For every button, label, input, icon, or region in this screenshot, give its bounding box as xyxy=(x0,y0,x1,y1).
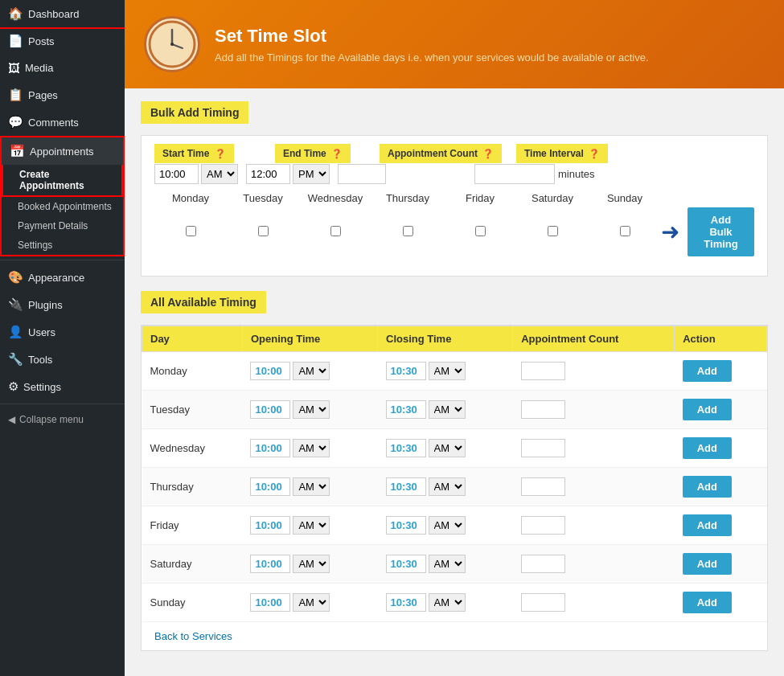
open-ampm-select[interactable]: AM PM xyxy=(293,516,330,535)
sidebar-item-label: Media xyxy=(25,62,53,74)
sidebar-item-appearance[interactable]: 🎨 Appearance xyxy=(0,264,125,291)
day-cell: Saturday xyxy=(142,545,243,584)
row-count-field[interactable] xyxy=(521,516,565,535)
sidebar-item-media[interactable]: 🖼 Media xyxy=(0,55,125,81)
start-time-input-group: AM PM xyxy=(154,164,238,184)
end-ampm-select[interactable]: AM PM xyxy=(293,164,330,184)
collapse-menu-button[interactable]: ◀ Collapse menu xyxy=(0,408,125,432)
open-ampm-select[interactable]: AM PM xyxy=(293,593,330,612)
sidebar-sub-payment-details[interactable]: Payment Details xyxy=(2,216,123,236)
start-time-label: Start Time ❓ xyxy=(154,144,234,163)
add-row-button[interactable]: Add xyxy=(683,476,732,498)
sidebar-item-posts[interactable]: 📄 Posts xyxy=(0,27,125,55)
sidebar-item-users[interactable]: 👤 Users xyxy=(0,318,125,346)
open-time-field[interactable] xyxy=(250,362,290,380)
add-row-button[interactable]: Add xyxy=(683,514,732,536)
row-count-field[interactable] xyxy=(521,439,565,457)
close-time-field[interactable] xyxy=(386,593,426,612)
add-row-button[interactable]: Add xyxy=(683,592,732,613)
add-bulk-timing-button[interactable]: Add Bulk Timing xyxy=(688,207,754,256)
close-ampm-select[interactable]: AM PM xyxy=(429,477,466,496)
arrow-indicator-icon: ➜ xyxy=(661,219,679,245)
sidebar-item-appointments[interactable]: 📅 Appointments xyxy=(2,137,123,165)
open-time-field[interactable] xyxy=(250,439,290,457)
open-time-field[interactable] xyxy=(250,400,290,419)
add-row-button[interactable]: Add xyxy=(683,399,732,420)
friday-checkbox[interactable] xyxy=(475,226,486,236)
close-ampm-select[interactable]: AM PM xyxy=(429,555,466,573)
wednesday-checkbox[interactable] xyxy=(330,226,341,236)
sidebar-item-comments[interactable]: 💬 Comments xyxy=(0,109,125,136)
media-icon: 🖼 xyxy=(8,61,20,75)
day-name: Thursday xyxy=(150,481,194,493)
open-time-field[interactable] xyxy=(250,555,290,573)
table-row: Monday AM PM AM PM Add xyxy=(142,352,767,391)
start-time-help-icon[interactable]: ❓ xyxy=(215,149,226,158)
timing-table: Day Opening Time Closing Time Appointmen… xyxy=(142,326,767,622)
close-time-field[interactable] xyxy=(386,400,426,419)
end-time-field[interactable] xyxy=(246,164,290,184)
thursday-checkbox[interactable] xyxy=(403,226,413,236)
table-row: Wednesday AM PM AM PM Add xyxy=(142,429,767,468)
row-count-field[interactable] xyxy=(521,477,565,496)
day-name: Monday xyxy=(150,365,187,377)
open-time-field[interactable] xyxy=(250,477,290,496)
interval-suffix: minutes xyxy=(558,168,595,180)
open-ampm-select[interactable]: AM PM xyxy=(293,477,330,496)
sidebar-item-dashboard[interactable]: 🏠 Dashboard xyxy=(0,0,125,27)
row-count-field[interactable] xyxy=(521,362,565,380)
close-ampm-select[interactable]: AM PM xyxy=(429,516,466,535)
tuesday-checkbox[interactable] xyxy=(258,226,269,236)
row-count-field[interactable] xyxy=(521,400,565,419)
add-row-button[interactable]: Add xyxy=(683,360,732,382)
start-ampm-select[interactable]: AM PM xyxy=(201,164,238,184)
close-time-field[interactable] xyxy=(386,516,426,535)
interval-help-icon[interactable]: ❓ xyxy=(589,149,600,158)
start-time-field[interactable] xyxy=(154,164,199,184)
close-time-field[interactable] xyxy=(386,362,426,380)
open-ampm-select[interactable]: AM PM xyxy=(293,555,330,573)
open-time-field[interactable] xyxy=(250,593,290,612)
sunday-checkbox[interactable] xyxy=(620,226,630,236)
open-ampm-select[interactable]: AM PM xyxy=(293,362,330,380)
back-to-services-link[interactable]: Back to Services xyxy=(142,622,245,650)
count-help-icon[interactable]: ❓ xyxy=(482,149,494,158)
sidebar-item-plugins[interactable]: 🔌 Plugins xyxy=(0,291,125,318)
close-ampm-select[interactable]: AM PM xyxy=(429,593,466,612)
add-row-button[interactable]: Add xyxy=(683,553,732,575)
open-ampm-select[interactable]: AM PM xyxy=(293,400,330,419)
row-count-field[interactable] xyxy=(521,593,565,612)
sidebar-item-label: Dashboard xyxy=(28,8,80,20)
open-ampm-select[interactable]: AM PM xyxy=(293,439,330,457)
close-time-field[interactable] xyxy=(386,439,426,457)
saturday-checkbox[interactable] xyxy=(548,226,558,236)
day-saturday-check xyxy=(516,226,589,239)
sidebar-sub-settings[interactable]: Settings xyxy=(2,236,123,255)
table-row: Thursday AM PM AM PM Add xyxy=(142,468,767,506)
bulk-count-field[interactable] xyxy=(338,164,386,184)
sidebar-item-settings[interactable]: ⚙ Settings xyxy=(0,373,125,400)
close-time-field[interactable] xyxy=(386,477,426,496)
add-row-button[interactable]: Add xyxy=(683,437,732,459)
opening-time-cell: AM PM xyxy=(242,584,377,622)
closing-time-cell: AM PM xyxy=(378,391,513,429)
end-time-help-icon[interactable]: ❓ xyxy=(331,149,343,158)
monday-checkbox[interactable] xyxy=(186,226,196,236)
sidebar-item-label: Users xyxy=(28,326,55,338)
close-ampm-select[interactable]: AM PM xyxy=(429,400,466,419)
sidebar-sub-create-appointments[interactable]: Create Appointments xyxy=(2,165,123,197)
close-time-field[interactable] xyxy=(386,555,426,573)
close-ampm-select[interactable]: AM PM xyxy=(429,362,466,380)
bulk-count-input-group xyxy=(338,164,466,184)
row-count-field[interactable] xyxy=(521,555,565,573)
sidebar-sub-booked-appointments[interactable]: Booked Appointments xyxy=(2,197,123,216)
count-cell xyxy=(513,352,675,391)
interval-field[interactable] xyxy=(474,164,555,184)
sidebar-item-tools[interactable]: 🔧 Tools xyxy=(0,346,125,373)
back-to-services-link-wrapper: Back to Services xyxy=(142,622,767,650)
close-ampm-select[interactable]: AM PM xyxy=(429,439,466,457)
svg-point-3 xyxy=(170,43,174,46)
open-time-field[interactable] xyxy=(250,516,290,535)
users-icon: 👤 xyxy=(8,325,23,339)
sidebar-item-pages[interactable]: 📋 Pages xyxy=(0,81,125,109)
